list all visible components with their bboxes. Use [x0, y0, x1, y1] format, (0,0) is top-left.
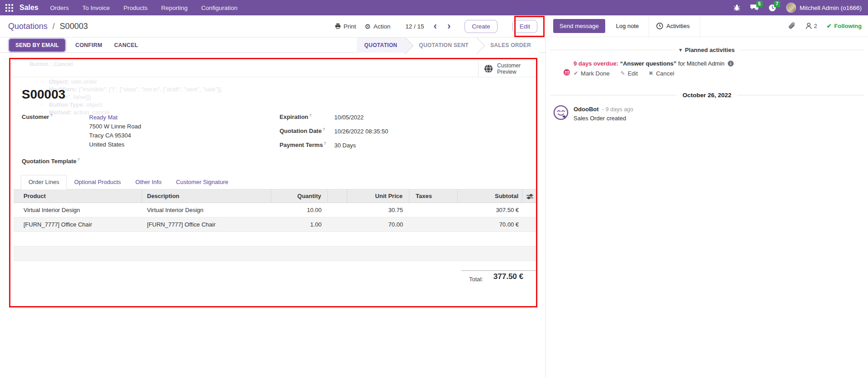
step-sales-order[interactable]: SALES ORDER [477, 38, 539, 53]
menu-products[interactable]: Products [123, 5, 147, 11]
activity-cancel-button[interactable]: ✖ Cancel [649, 69, 674, 78]
attachment-paperclip-icon[interactable] [788, 22, 796, 30]
cell-subtotal: 70.00 € [458, 221, 522, 228]
tab-other-info[interactable]: Other Info [128, 175, 169, 189]
topbar-divider [700, 15, 700, 37]
column-unit-price[interactable]: Unit Price [347, 189, 409, 203]
activity-edit-button[interactable]: ✎ Edit [621, 69, 638, 78]
quotation-template-label: Quotation Template? [22, 157, 80, 165]
column-subtotal[interactable]: Subtotal [458, 189, 522, 203]
pager-previous-icon[interactable]: ‹ [433, 21, 438, 31]
chatter-message: OdooBot - 9 days ago Sales Order created [546, 99, 868, 123]
divider-line [550, 95, 677, 95]
gear-icon: ⚙ [365, 23, 370, 30]
menu-to-invoice[interactable]: To Invoice [82, 5, 110, 11]
top-navbar: Sales Orders To Invoice Products Reporti… [0, 0, 868, 15]
message-author[interactable]: OdooBot [574, 106, 599, 113]
menu-orders[interactable]: Orders [50, 5, 69, 11]
debug-tooltip-ghost-list: ◦Object: sale.order ◦Modifiers: {"invisi… [41, 78, 321, 116]
caret-down-icon: ▾ [679, 47, 682, 53]
activity-avatar[interactable] [553, 59, 569, 75]
planned-activities-header: ▾ Planned activities [546, 47, 868, 53]
help-icon: ? [50, 113, 53, 118]
statusbar: SEND BY EMAIL CONFIRM CANCEL QUOTATION Q… [0, 37, 545, 53]
followers-count: 2 [814, 23, 817, 29]
email-activity-badge-icon [563, 68, 571, 76]
field-payment-terms: Payment Terms? 30 Days [280, 141, 356, 150]
send-by-email-button[interactable]: SEND BY EMAIL [9, 39, 65, 52]
divider-line [737, 95, 864, 95]
debug-bug-icon[interactable] [733, 4, 740, 11]
column-taxes[interactable]: Taxes [409, 189, 458, 203]
odoo-sales-quotation-screen: Sales Orders To Invoice Products Reporti… [0, 0, 868, 378]
schedule-activity-button[interactable]: Activities [656, 23, 689, 29]
print-button[interactable]: Print [335, 23, 356, 30]
messages-badge: 5 [756, 1, 763, 7]
tab-customer-signature[interactable]: Customer Signature [169, 175, 236, 189]
info-icon[interactable] [728, 61, 734, 66]
cell-unit-price: 70.00 [347, 221, 409, 228]
edit-button[interactable]: Edit [512, 20, 537, 33]
empty-row [14, 246, 537, 261]
customer-preview-button[interactable]: Customer Preview [478, 61, 537, 77]
dotted-divider [550, 50, 674, 50]
activity-item: 9 days overdue: “Answer questions” for M… [546, 53, 868, 78]
topbar-divider [649, 15, 649, 37]
send-message-button[interactable]: Send message [553, 19, 605, 33]
following-button[interactable]: ✔ Following [826, 23, 862, 29]
breadcrumb-quotations-link[interactable]: Quotations [8, 22, 47, 31]
optional-columns-icon[interactable] [522, 189, 537, 203]
cancel-button[interactable]: CANCEL [114, 42, 138, 48]
field-expiration: Expiration? 10/05/2022 [280, 113, 364, 122]
navbar-right: 5 7 Mitchell Admin (o1666) [733, 3, 862, 13]
activity-actions: ✔ Mark Done ✎ Edit ✖ Cancel [574, 69, 734, 78]
activity-line: 9 days overdue: “Answer questions” for M… [574, 59, 734, 68]
apps-menu-icon[interactable] [5, 4, 13, 12]
odoobot-avatar [553, 105, 569, 120]
column-product[interactable]: Product [14, 189, 142, 203]
app-name[interactable]: Sales [19, 4, 38, 12]
payment-terms-value: 30 Days [334, 141, 356, 150]
tab-optional-products[interactable]: Optional Products [67, 175, 128, 189]
step-quotation-sent[interactable]: QUOTATION SENT [405, 38, 477, 53]
cell-quantity: 10.00 [271, 207, 328, 213]
debug-tooltip-ghost-title: Button : Cancel [29, 61, 319, 67]
activity-overdue-text: 9 days overdue: [574, 60, 618, 67]
messages-icon[interactable]: 5 [750, 4, 759, 11]
log-note-button[interactable]: Log note [616, 23, 639, 29]
cell-quantity: 1.00 [271, 221, 328, 228]
followers-button[interactable]: 2 [806, 23, 817, 29]
customer-address-line: United States [89, 141, 124, 148]
order-line-row[interactable]: Virtual Interior Design Virtual Interior… [14, 203, 537, 217]
pager-next-icon[interactable]: › [446, 21, 451, 31]
step-quotation[interactable]: QUOTATION [357, 38, 405, 53]
create-button[interactable]: Create [465, 20, 498, 33]
user-name: Mitchell Admin (o1666) [800, 5, 862, 11]
menu-reporting[interactable]: Reporting [161, 5, 188, 11]
pager-value: 12 / 15 [405, 23, 424, 30]
chatter-topbar: Send message Log note Activities [546, 15, 868, 37]
order-line-row[interactable]: [FURN_7777] Office Chair [FURN_7777] Off… [14, 217, 537, 232]
breadcrumb-separator: / [50, 22, 57, 31]
empty-row [14, 232, 537, 246]
breadcrumb-current: S00003 [60, 22, 88, 31]
user-menu[interactable]: Mitchell Admin (o1666) [786, 3, 862, 13]
activities-clock-icon[interactable]: 7 [768, 4, 776, 12]
cell-description: Virtual Interior Design [142, 207, 271, 213]
column-description[interactable]: Description [142, 189, 271, 203]
confirm-button[interactable]: CONFIRM [75, 42, 102, 48]
customer-name-link[interactable]: Ready Mat [89, 114, 118, 121]
button-box-divider [14, 77, 537, 77]
column-quantity[interactable]: Quantity [271, 189, 328, 203]
mark-done-button[interactable]: ✔ Mark Done [574, 69, 610, 78]
user-avatar [786, 3, 796, 13]
dotted-divider [740, 50, 864, 50]
action-button[interactable]: ⚙ Action [365, 23, 390, 30]
menu-configuration[interactable]: Configuration [201, 5, 237, 11]
tab-order-lines[interactable]: Order Lines [21, 175, 67, 189]
clock-icon [656, 23, 663, 29]
cell-description: [FURN_7777] Office Chair [142, 221, 271, 228]
printer-icon [335, 23, 341, 29]
planned-activities-toggle[interactable]: ▾ Planned activities [674, 47, 740, 53]
chatter-panel: Send message Log note Activities [545, 15, 868, 378]
